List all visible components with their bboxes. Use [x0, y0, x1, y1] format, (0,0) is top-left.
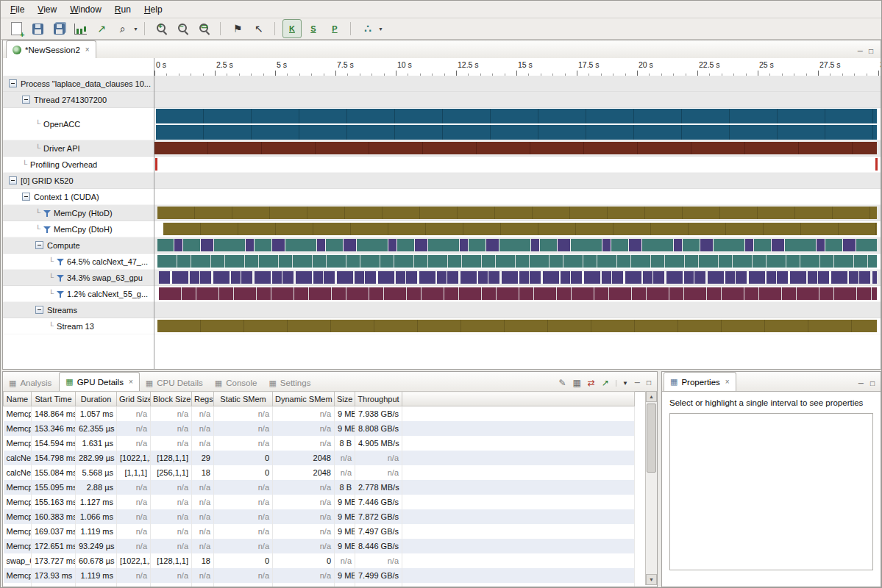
cell[interactable]: n/a: [151, 524, 192, 539]
cell[interactable]: n/a: [117, 539, 151, 553]
timeline-track[interactable]: [154, 254, 881, 270]
cell-name[interactable]: Memcpy: [4, 568, 32, 583]
filter-icon[interactable]: [57, 258, 64, 265]
cell[interactable]: n/a: [192, 524, 214, 539]
cell[interactable]: n/a: [273, 583, 335, 587]
cell[interactable]: n/a: [335, 465, 355, 480]
column-header-static-smem[interactable]: Static SMem: [214, 392, 273, 406]
cell[interactable]: 7.446 GB/s: [355, 495, 402, 509]
column-header-name[interactable]: Name: [4, 392, 32, 406]
scroll-up-icon[interactable]: ▲: [646, 391, 657, 402]
cell[interactable]: 7.497 GB/s: [355, 524, 402, 539]
collapse-icon[interactable]: [35, 241, 43, 249]
timeline-track[interactable]: [154, 221, 881, 237]
cell[interactable]: n/a: [151, 406, 192, 421]
cell[interactable]: 179.163 ms: [32, 583, 76, 587]
cell[interactable]: n/a: [151, 480, 192, 495]
cell[interactable]: 2048: [273, 465, 335, 480]
overhead-marker[interactable]: [155, 158, 157, 171]
save-icon[interactable]: [28, 19, 47, 38]
cell[interactable]: 1.127 ms: [76, 495, 117, 509]
column-header-regs[interactable]: Regs: [192, 392, 214, 406]
cell[interactable]: 9 MB: [335, 406, 355, 421]
cell[interactable]: n/a: [151, 539, 192, 553]
column-header-grid-size[interactable]: Grid Size: [117, 392, 151, 406]
cell[interactable]: n/a: [117, 436, 151, 451]
cell[interactable]: 0: [273, 553, 335, 568]
cell-name[interactable]: Memcpy: [4, 524, 32, 539]
cell[interactable]: [128,1,1]: [151, 451, 192, 465]
cell[interactable]: 9 MB: [335, 509, 355, 524]
cell[interactable]: 8.808 GB/s: [355, 421, 402, 436]
column-header-block-size[interactable]: Block Size: [151, 392, 192, 406]
column-header-dynamic-smem[interactable]: Dynamic SMem: [273, 392, 335, 406]
table-row[interactable]: Memcpy153.346 ms62.355 µsn/an/an/an/an/a…: [4, 421, 635, 436]
cell[interactable]: 7.499 GB/s: [355, 568, 402, 583]
cell[interactable]: n/a: [151, 509, 192, 524]
cell[interactable]: n/a: [273, 524, 335, 539]
column-header-throughput[interactable]: Throughput: [355, 392, 402, 406]
cell[interactable]: 18: [192, 465, 214, 480]
timeline-bar-kernel-teal[interactable]: [157, 255, 877, 268]
cell[interactable]: 9 MB: [335, 421, 355, 436]
collapse-icon[interactable]: [9, 176, 17, 184]
menu-view[interactable]: View: [31, 2, 63, 17]
cell[interactable]: n/a: [355, 465, 402, 480]
timeline-track[interactable]: [154, 173, 881, 189]
cell[interactable]: 60.678 µs: [76, 553, 117, 568]
minimize-properties-button[interactable]: ─: [858, 380, 864, 387]
timeline-track[interactable]: [154, 286, 881, 302]
cell[interactable]: n/a: [151, 421, 192, 436]
table-row[interactable]: swap_63173.727 ms60.678 µs[1022,1,1][128…: [4, 553, 635, 568]
cell[interactable]: n/a: [273, 495, 335, 509]
cell[interactable]: 148.864 ms: [32, 406, 76, 421]
tab-cpu-details[interactable]: ▦CPU Details: [140, 375, 209, 391]
column-header-size[interactable]: Size: [335, 392, 355, 406]
timeline-bar-memcpy-dtoh[interactable]: [163, 223, 877, 235]
table-scrollbar[interactable]: ▲ ▼: [645, 391, 657, 585]
tree-row[interactable]: Thread 2741307200: [3, 92, 154, 108]
cell[interactable]: [256,1,1]: [151, 465, 192, 480]
cell[interactable]: n/a: [117, 583, 151, 587]
timeline-track[interactable]: [154, 318, 881, 334]
cell[interactable]: 62.355 µs: [76, 421, 117, 436]
pc-sampling-toggle-icon[interactable]: P: [325, 19, 344, 38]
cell[interactable]: n/a: [151, 583, 192, 587]
cell[interactable]: n/a: [192, 421, 214, 436]
minimize-details-button[interactable]: ─: [635, 379, 640, 387]
cell[interactable]: 9 MB: [335, 524, 355, 539]
cell[interactable]: 0: [214, 553, 273, 568]
tree-row[interactable]: Process "laplace_data_clauses 10...: [3, 76, 154, 92]
cell[interactable]: n/a: [117, 406, 151, 421]
cell[interactable]: n/a: [117, 509, 151, 524]
cell[interactable]: 173.93 ms: [32, 568, 76, 583]
cell[interactable]: 0: [214, 465, 273, 480]
cell[interactable]: n/a: [273, 539, 335, 553]
cell[interactable]: 173.727 ms: [32, 553, 76, 568]
timeline-bar-kernel-maroon[interactable]: [159, 287, 877, 300]
cell[interactable]: n/a: [117, 421, 151, 436]
cell-name[interactable]: Memcpy: [4, 583, 32, 587]
table-row[interactable]: calcNext155.084 ms5.568 µs[1,1,1][256,1,…: [4, 465, 635, 480]
cell[interactable]: 1.631 µs: [76, 436, 117, 451]
export-details-icon[interactable]: ↗: [602, 379, 609, 387]
table-row[interactable]: Memcpy172.651 ms93.249 µsn/an/an/an/an/a…: [4, 539, 635, 553]
cell[interactable]: n/a: [192, 406, 214, 421]
cell[interactable]: 7.818 GB/s: [355, 583, 402, 587]
cell[interactable]: 1.119 ms: [76, 568, 117, 583]
collapse-icon[interactable]: [22, 96, 30, 104]
timeline-track[interactable]: [154, 157, 881, 173]
table-row[interactable]: calcNext154.798 ms282.99 µs[1022,1,1][12…: [4, 451, 635, 465]
tree-row[interactable]: └MemCpy (HtoD): [3, 205, 154, 221]
cell[interactable]: 9 MB: [335, 583, 355, 587]
select-mode-icon[interactable]: ↖: [249, 19, 268, 38]
tab-settings[interactable]: ▦Settings: [263, 375, 316, 391]
tree-row[interactable]: └MemCpy (DtoH): [3, 221, 154, 237]
menu-window[interactable]: Window: [63, 2, 108, 17]
kernel-timeline-toggle-icon[interactable]: K: [282, 19, 302, 38]
timeline-bar-kernel-purple[interactable]: [159, 271, 877, 284]
session-tab[interactable]: *NewSession2 ×: [6, 40, 96, 58]
cell[interactable]: n/a: [192, 539, 214, 553]
timeline-track[interactable]: [154, 108, 881, 140]
save-all-icon[interactable]: [49, 19, 68, 38]
